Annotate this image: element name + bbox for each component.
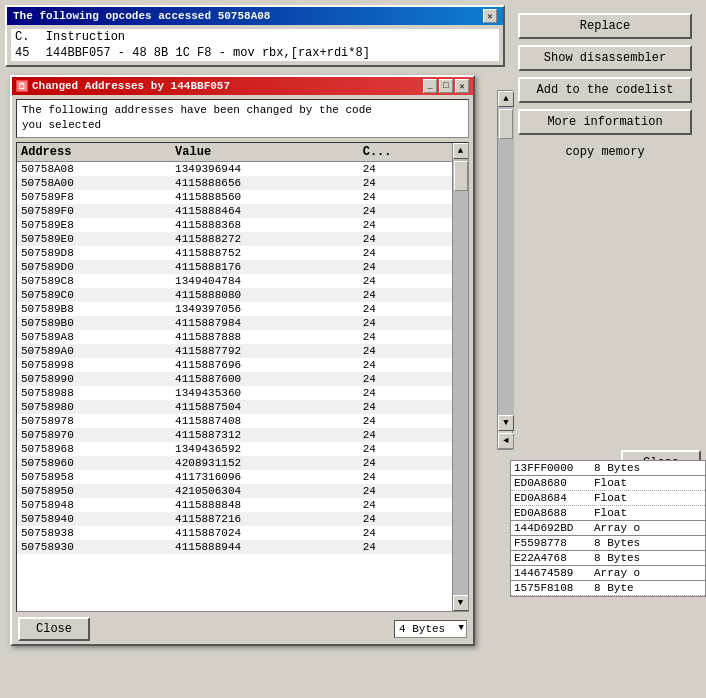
row-c: 24 xyxy=(359,498,452,512)
dialog-table-row[interactable]: 507589E0 4115888272 24 xyxy=(17,232,452,246)
row-address: 50758978 xyxy=(17,414,171,428)
opcode-content: C. Instruction 45 144BBF057 - 48 8B 1C F… xyxy=(7,25,503,65)
row-c: 24 xyxy=(359,218,452,232)
dialog-table-row[interactable]: 507589B0 4115887984 24 xyxy=(17,316,452,330)
bg-val-6: 8 Bytes xyxy=(594,552,702,564)
dialog-table-row[interactable]: 50758998 4115887696 24 xyxy=(17,358,452,372)
dialog-table-row[interactable]: 507589F0 4115888464 24 xyxy=(17,204,452,218)
bytes-dropdown[interactable]: 4 Bytes 2 Bytes 1 Byte 8 Bytes Float Dou… xyxy=(394,620,467,638)
scrollbar-up-btn[interactable]: ▲ xyxy=(498,91,514,107)
dialog-table-row[interactable]: 507589B8 1349397056 24 xyxy=(17,302,452,316)
row-c: 24 xyxy=(359,484,452,498)
dialog-table-row[interactable]: 50758990 4115887600 24 xyxy=(17,372,452,386)
row-c: 24 xyxy=(359,330,452,344)
bg-val-4: Array o xyxy=(594,522,702,534)
dialog-table-row[interactable]: 50758960 4208931152 24 xyxy=(17,456,452,470)
row-address: 50758988 xyxy=(17,386,171,400)
row-value: 4117316096 xyxy=(171,470,359,484)
row-value: 4115888368 xyxy=(171,218,359,232)
row-c: 24 xyxy=(359,204,452,218)
bg-addr-2: ED0A8684 xyxy=(514,492,594,504)
scrollbar-thumb[interactable] xyxy=(499,109,513,139)
main-scrollbar[interactable]: ▲ ▼ ◄ xyxy=(497,90,513,450)
expand-btn[interactable]: ◄ xyxy=(498,433,514,449)
dialog-table-row[interactable]: 507589D8 4115888752 24 xyxy=(17,246,452,260)
row-value: 1349436592 xyxy=(171,442,359,456)
show-disassembler-button[interactable]: Show disassembler xyxy=(518,45,692,71)
dialog-table-row[interactable]: 50758970 4115887312 24 xyxy=(17,428,452,442)
dialog-table-row[interactable]: 50758980 4115887504 24 xyxy=(17,400,452,414)
dialog-table-row[interactable]: 50758950 4210506304 24 xyxy=(17,484,452,498)
dialog-scroll-down[interactable]: ▼ xyxy=(453,595,469,611)
row-address: 507589A0 xyxy=(17,344,171,358)
row-value: 1349404784 xyxy=(171,274,359,288)
row-value: 4115888752 xyxy=(171,246,359,260)
bg-val-7: Array o xyxy=(594,567,702,579)
dialog-table-row[interactable]: 507589D0 4115888176 24 xyxy=(17,260,452,274)
dialog-table-row[interactable]: 50758968 1349436592 24 xyxy=(17,442,452,456)
bg-addr-3: ED0A8688 xyxy=(514,507,594,519)
more-information-button[interactable]: More information xyxy=(518,109,692,135)
copy-memory-link[interactable]: copy memory xyxy=(518,141,692,163)
bg-row-7: 144674589 Array o xyxy=(511,566,705,581)
dialog-table-row[interactable]: 507589E8 4115888368 24 xyxy=(17,218,452,232)
dialog-table-row[interactable]: 50758938 4115887024 24 xyxy=(17,526,452,540)
dialog-table-row[interactable]: 50758988 1349435360 24 xyxy=(17,386,452,400)
dialog-table-row[interactable]: 50758930 4115888944 24 xyxy=(17,540,452,554)
dialog-table-row[interactable]: 507589F8 4115888560 24 xyxy=(17,190,452,204)
row-value: 4115888560 xyxy=(171,190,359,204)
row-address: 507589D0 xyxy=(17,260,171,274)
row-c: 24 xyxy=(359,302,452,316)
bg-val-5: 8 Bytes xyxy=(594,537,702,549)
scrollbar-track[interactable] xyxy=(498,107,514,415)
dialog-title-text: Changed Addresses by 144BBF057 xyxy=(32,80,230,92)
dialog-maximize-btn[interactable]: □ xyxy=(439,79,453,93)
row-address: 50758958 xyxy=(17,470,171,484)
dialog-table-row[interactable]: 507589A0 4115887792 24 xyxy=(17,344,452,358)
col-c: C... xyxy=(359,143,452,162)
row-c: 24 xyxy=(359,232,452,246)
row-value: 4208931152 xyxy=(171,456,359,470)
dialog-table-row[interactable]: 507589C8 1349404784 24 xyxy=(17,274,452,288)
col-address: Address xyxy=(17,143,171,162)
opcode-close-btn[interactable]: ✕ xyxy=(483,9,497,23)
dialog-close-button[interactable]: Close xyxy=(18,617,90,641)
row-value: 4115888848 xyxy=(171,498,359,512)
opcode-title-bar: The following opcodes accessed 50758A08 … xyxy=(7,7,503,25)
row-address: 50758970 xyxy=(17,428,171,442)
dialog-table-row[interactable]: 507589A8 4115887888 24 xyxy=(17,330,452,344)
dialog-table-row[interactable]: 50758A00 4115888656 24 xyxy=(17,176,452,190)
dialog-table-row[interactable]: 507589C0 4115888080 24 xyxy=(17,288,452,302)
opcode-title-buttons: ✕ xyxy=(483,9,497,23)
row-c: 24 xyxy=(359,274,452,288)
row-address: 507589F0 xyxy=(17,204,171,218)
dialog-scroll-up[interactable]: ▲ xyxy=(453,143,469,159)
add-to-codelist-button[interactable]: Add to the codelist xyxy=(518,77,692,103)
replace-button[interactable]: Replace xyxy=(518,13,692,39)
row-address: 507589A8 xyxy=(17,330,171,344)
row-value: 4115887408 xyxy=(171,414,359,428)
row-value: 4115887600 xyxy=(171,372,359,386)
dialog-table-row[interactable]: 50758958 4117316096 24 xyxy=(17,470,452,484)
dialog-table-row[interactable]: 50758978 4115887408 24 xyxy=(17,414,452,428)
right-panel: Replace Show disassembler Add to the cod… xyxy=(510,5,700,171)
row-c: 24 xyxy=(359,540,452,554)
col-value: Value xyxy=(171,143,359,162)
dialog-title-left: 🗒 Changed Addresses by 144BBF057 xyxy=(16,80,230,92)
bg-row-6: E22A4768 8 Bytes xyxy=(511,551,705,566)
dialog-table-row[interactable]: 50758948 4115888848 24 xyxy=(17,498,452,512)
dialog-info-line1: The following addresses have been change… xyxy=(22,104,372,116)
dialog-scroll-thumb[interactable] xyxy=(454,161,468,191)
dialog-table-wrapper: Address Value C... 50758A08 1349396944 2… xyxy=(16,142,469,612)
bg-row-0: 13FFF0000 8 Bytes xyxy=(511,461,705,476)
dialog-minimize-btn[interactable]: _ xyxy=(423,79,437,93)
dialog-scrollbar[interactable]: ▲ ▼ xyxy=(452,143,468,611)
dialog-close-btn[interactable]: ✕ xyxy=(455,79,469,93)
dialog-table-row[interactable]: 50758A08 1349396944 24 xyxy=(17,161,452,176)
dialog-table-row[interactable]: 50758940 4115887216 24 xyxy=(17,512,452,526)
scrollbar-down-btn[interactable]: ▼ xyxy=(498,415,514,431)
dialog-scroll-track[interactable] xyxy=(453,159,469,595)
row-c: 24 xyxy=(359,442,452,456)
row-value: 1349396944 xyxy=(171,161,359,176)
row-value: 1349397056 xyxy=(171,302,359,316)
